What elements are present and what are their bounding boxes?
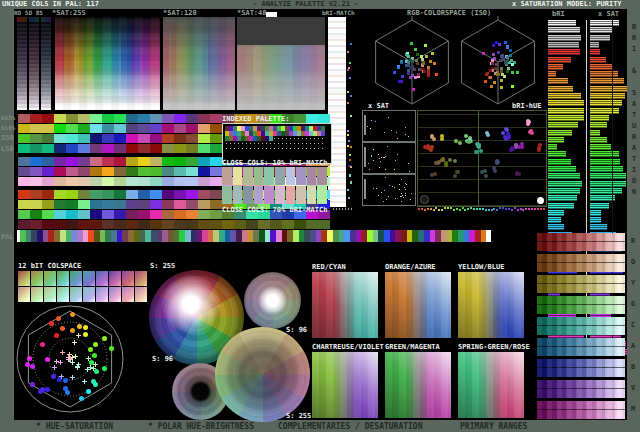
hue-tick (424, 209, 426, 211)
strip-swatch (174, 124, 186, 133)
polar-dot (93, 382, 98, 387)
bri-hue-label: bRI-hUE (512, 102, 542, 110)
strip-swatch (114, 177, 126, 186)
strip-swatch (186, 114, 198, 123)
slot-dot (322, 148, 323, 149)
slot-dot (290, 143, 291, 144)
polar-dot (77, 324, 82, 329)
hue-panel-sat128[interactable] (163, 17, 235, 110)
cube-dot (500, 67, 503, 70)
polar-disc-s255-pastel (215, 327, 310, 422)
slot-dot (306, 138, 307, 139)
bar-hatch (590, 115, 609, 121)
xsat-dot (408, 136, 409, 137)
bri-hue-panel[interactable] (417, 110, 547, 207)
strip-swatch (198, 190, 210, 199)
sat-bar (590, 137, 607, 143)
strip-swatch (114, 200, 126, 209)
polar-dot (109, 346, 114, 351)
sat255-label[interactable]: *SAT:255 (52, 9, 86, 17)
bri-bar (548, 159, 571, 165)
slot-dot (230, 148, 231, 149)
bri-bar (548, 49, 580, 55)
sat-bar (590, 64, 612, 70)
sat-bar (590, 224, 607, 230)
footer-bar: * HUE-SATURATION * POLAR HUE-BRIGHTNESS … (0, 420, 640, 432)
bar-hatch (548, 217, 561, 223)
strip-swatch (54, 114, 66, 123)
speck (348, 197, 350, 199)
xsat-dot (371, 156, 372, 157)
bar-row (548, 195, 627, 201)
plus-v (74, 340, 75, 345)
hue-saturation-polar[interactable] (14, 303, 126, 415)
strip-swatch (198, 124, 210, 133)
polar-dot (45, 387, 50, 392)
colspace-title: 12 bIT COLSPACE (18, 262, 81, 270)
slot-dot (302, 148, 303, 149)
hue-panel-sat255[interactable] (55, 17, 160, 110)
strip-swatch (66, 200, 78, 209)
cube-dot (500, 79, 503, 82)
xsat-dot (379, 158, 380, 159)
indexed-grid (225, 126, 325, 151)
xsat-dot (384, 190, 385, 191)
bri-hue-dot (453, 159, 457, 163)
sat48-label[interactable]: *SAT:48 (237, 9, 267, 17)
bar-hatch (548, 35, 581, 41)
strip-swatch (114, 134, 126, 143)
hue-panel-sat48[interactable] (237, 17, 325, 110)
xsat-dot (395, 198, 396, 199)
band-texture (537, 338, 625, 356)
cube-dot (492, 44, 495, 47)
strip-swatch (54, 177, 66, 186)
disc1-label: S: 255 (150, 262, 175, 270)
cube-dot (511, 71, 514, 74)
colspace-tile (83, 287, 95, 302)
sat-bar (590, 42, 599, 48)
xsat-dot (399, 184, 400, 185)
close-grid-1 (222, 167, 328, 185)
strip-swatch (90, 167, 102, 176)
strip-swatch (78, 177, 90, 186)
saturation-model-label[interactable]: x SATURATION MODEL: PURITY (512, 0, 622, 8)
bar-hatch (548, 137, 564, 143)
cube-dot (506, 56, 509, 59)
strip-swatch (126, 177, 138, 186)
bar-hatch (548, 151, 566, 157)
bar-row (548, 151, 627, 157)
slot-dot (310, 148, 311, 149)
bar-hatch (590, 57, 606, 63)
cube-dot (489, 76, 492, 79)
close-cols-70-label: CLOSE COLS: 70% bRI-MATCh (222, 206, 327, 214)
sat-bar (590, 57, 606, 63)
band-texture (537, 359, 625, 377)
close-col-tile (296, 167, 306, 185)
sat128-label[interactable]: *SAT:128 (163, 9, 197, 17)
primary-range-band (537, 233, 625, 251)
slot-dot (258, 148, 259, 149)
strip-swatch (42, 124, 54, 133)
hue-tick (459, 209, 461, 211)
hue-tick (467, 208, 469, 210)
xsat-dot (388, 196, 389, 197)
hue-tick (522, 209, 524, 211)
close-col-tile (254, 167, 264, 185)
pal-strip[interactable] (17, 230, 491, 242)
strip-swatch (306, 220, 318, 229)
hue-tick (525, 208, 527, 210)
bri-hue-dot (527, 120, 531, 124)
xsat-dot (411, 193, 412, 194)
strip-swatch (174, 210, 186, 219)
cube-dot (427, 74, 430, 77)
bar-row (548, 93, 627, 99)
strip-swatch (102, 144, 114, 153)
cube-dot (400, 60, 403, 63)
primary-range-band (537, 359, 625, 377)
xsat-dot (405, 193, 406, 194)
bri-bar (548, 100, 584, 106)
strip-swatch (210, 114, 222, 123)
xsat-dot (383, 157, 384, 158)
bar-hatch (548, 42, 579, 48)
slot-dot (254, 143, 255, 144)
